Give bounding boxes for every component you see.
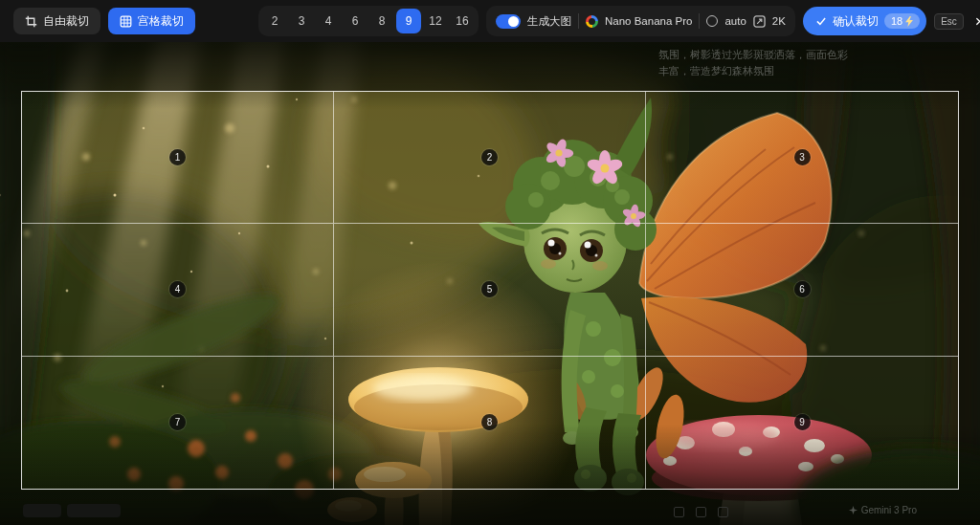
generation-settings: 生成大图 Nano Banana Pro auto 2K bbox=[486, 6, 795, 36]
confirm-crop-label: 确认裁切 bbox=[833, 13, 879, 30]
close-button[interactable]: × bbox=[971, 13, 980, 30]
crop-grid: 1 2 3 4 5 6 7 8 9 bbox=[22, 92, 958, 489]
free-crop-button[interactable]: 自由裁切 bbox=[13, 8, 100, 34]
grid-crop-label: 宫格裁切 bbox=[138, 13, 184, 30]
top-toolbar: 自由裁切 宫格裁切 2 3 4 6 8 9 12 16 生成大图 Nano Ba… bbox=[0, 0, 980, 42]
crop-icon bbox=[25, 15, 37, 28]
crop-editor-app: 自由裁切 宫格裁切 2 3 4 6 8 9 12 16 生成大图 Nano Ba… bbox=[0, 0, 980, 525]
divider bbox=[578, 13, 579, 29]
cell-number-badge: 2 bbox=[481, 149, 498, 165]
grid-cell-5[interactable]: 5 bbox=[334, 224, 646, 356]
generate-large-label: 生成大图 bbox=[527, 14, 571, 29]
resolution-label[interactable]: 2K bbox=[772, 15, 786, 27]
grid-count-12[interactable]: 12 bbox=[423, 9, 448, 33]
generate-large-toggle[interactable] bbox=[496, 14, 521, 29]
credits-count: 18 bbox=[891, 15, 902, 27]
toggle-knob bbox=[508, 16, 519, 27]
grid-count-2[interactable]: 2 bbox=[262, 9, 287, 33]
google-g-icon bbox=[586, 15, 598, 28]
free-crop-label: 自由裁切 bbox=[43, 13, 89, 30]
aspect-ratio-icon bbox=[706, 15, 718, 27]
cell-number-badge: 3 bbox=[794, 149, 811, 165]
grid-count-selector: 2 3 4 6 8 9 12 16 bbox=[258, 6, 479, 36]
resolution-icon bbox=[753, 15, 766, 28]
model-watermark: Gemini 3 Pro bbox=[849, 505, 917, 515]
dimmed-bottom-bar: Gemini 3 Pro bbox=[0, 496, 980, 525]
crop-region[interactable]: 1 2 3 4 5 6 7 8 9 bbox=[21, 91, 959, 490]
dimmed-pill bbox=[23, 504, 61, 517]
canvas-stage: 氛围，树影透过光影斑驳洒落，画面色彩 丰富，营造梦幻森林氛围 Gemini 3 … bbox=[0, 42, 980, 525]
grid-crop-button[interactable]: 宫格裁切 bbox=[108, 8, 195, 34]
grid-count-9-selected[interactable]: 9 bbox=[396, 9, 421, 33]
cell-number-badge: 4 bbox=[169, 281, 186, 297]
cell-number-badge: 9 bbox=[794, 414, 811, 430]
credits-badge: 18 bbox=[884, 13, 920, 29]
dimmed-pill bbox=[67, 504, 121, 517]
grid-cell-3[interactable]: 3 bbox=[646, 92, 958, 224]
cell-number-badge: 8 bbox=[481, 414, 498, 430]
prompt-line-1: 氛围，树影透过光影斑驳洒落，画面色彩 bbox=[658, 47, 879, 63]
grid-count-8[interactable]: 8 bbox=[369, 9, 394, 33]
aspect-ratio-label[interactable]: auto bbox=[724, 15, 746, 27]
prompt-text-overlay: 氛围，树影透过光影斑驳洒落，画面色彩 丰富，营造梦幻森林氛围 bbox=[658, 47, 879, 79]
lightning-icon bbox=[905, 16, 913, 27]
grid-cell-8[interactable]: 8 bbox=[334, 357, 646, 489]
grid-cell-9[interactable]: 9 bbox=[646, 357, 958, 489]
grid-icon bbox=[120, 15, 132, 28]
confirm-crop-button[interactable]: 确认裁切 18 bbox=[803, 7, 926, 35]
esc-key-hint: Esc bbox=[934, 13, 964, 30]
grid-count-4[interactable]: 4 bbox=[316, 9, 341, 33]
dimmed-tool-icons bbox=[674, 507, 728, 517]
check-icon bbox=[815, 15, 827, 27]
model-label[interactable]: Nano Banana Pro bbox=[605, 15, 692, 27]
grid-count-16[interactable]: 16 bbox=[450, 9, 475, 33]
grid-cell-1[interactable]: 1 bbox=[22, 92, 334, 224]
grid-cell-7[interactable]: 7 bbox=[22, 357, 334, 489]
cell-number-badge: 5 bbox=[481, 281, 498, 297]
grid-count-3[interactable]: 3 bbox=[289, 9, 314, 33]
cell-number-badge: 6 bbox=[794, 281, 811, 297]
divider bbox=[699, 13, 700, 29]
cell-number-badge: 1 bbox=[169, 149, 186, 165]
prompt-line-2: 丰富，营造梦幻森林氛围 bbox=[658, 63, 879, 79]
cell-number-badge: 7 bbox=[169, 414, 186, 430]
grid-count-6[interactable]: 6 bbox=[343, 9, 368, 33]
grid-cell-4[interactable]: 4 bbox=[22, 224, 334, 356]
sparkle-icon bbox=[849, 506, 858, 514]
grid-cell-2[interactable]: 2 bbox=[334, 92, 646, 224]
grid-cell-6[interactable]: 6 bbox=[646, 224, 958, 356]
